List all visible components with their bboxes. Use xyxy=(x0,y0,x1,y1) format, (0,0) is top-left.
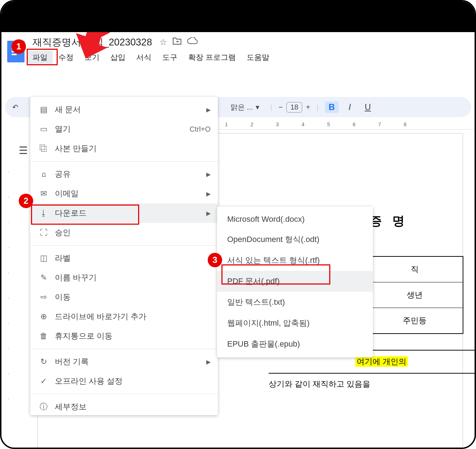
menu-label: 다운로드 xyxy=(55,208,87,219)
label-icon: ◫ xyxy=(39,254,48,263)
font-size-decrease[interactable]: − xyxy=(278,103,283,111)
menu-approve[interactable]: ⛶ 승인 xyxy=(30,223,218,242)
document-icon: ▤ xyxy=(39,105,48,114)
ruler-tick: 4 xyxy=(301,122,304,127)
info-icon: ⓘ xyxy=(39,401,48,412)
ruler-tick: 5 xyxy=(327,122,330,127)
chevron-right-icon: ▶ xyxy=(206,171,211,178)
download-submenu: Microsoft Word(.docx) OpenDocument 형식(.o… xyxy=(217,207,373,357)
download-epub[interactable]: EPUB 출판물(.epub) xyxy=(217,334,373,355)
annotation-badge-3: 3 xyxy=(208,253,222,267)
ruler-tick: 2 xyxy=(251,122,254,127)
menu-open[interactable]: ▭ 열기 Ctrl+O xyxy=(30,119,218,139)
download-docx[interactable]: Microsoft Word(.docx) xyxy=(217,210,373,229)
menu-label-text: 라벨 xyxy=(55,253,71,264)
rename-icon: ✎ xyxy=(39,273,48,282)
menu-details[interactable]: ⓘ 세부정보 xyxy=(30,397,218,412)
history-icon: ↻ xyxy=(39,357,48,366)
menu-share[interactable]: ⩍ 공유 ▶ xyxy=(30,164,218,184)
menu-tools[interactable]: 도구 xyxy=(157,51,182,64)
menu-label: 이메일 xyxy=(55,188,79,199)
chevron-right-icon: ▶ xyxy=(206,210,211,217)
menu-make-copy[interactable]: ⿻ 사본 만들기 xyxy=(30,139,218,158)
menu-label: 열기 xyxy=(55,124,71,135)
menubar: 파일 수정 보기 삽입 서식 도구 확장 프로그램 도움말 xyxy=(27,51,274,64)
move-folder-icon[interactable] xyxy=(172,37,182,47)
share-icon: ⩍ xyxy=(39,170,48,179)
ruler-tick: · xyxy=(8,371,9,376)
font-size-input[interactable]: 18 xyxy=(286,102,302,113)
menu-help[interactable]: 도움말 xyxy=(242,51,274,64)
ruler-tick: · xyxy=(8,270,9,275)
menu-label: 드라이브에 바로가기 추가 xyxy=(55,311,146,322)
ruler-tick: · xyxy=(8,220,9,225)
svg-marker-0 xyxy=(69,32,114,62)
menu-new-document[interactable]: ▤ 새 문서 ▶ xyxy=(30,100,218,119)
menu-trash[interactable]: 🗑 휴지통으로 이동 xyxy=(30,326,218,346)
download-txt[interactable]: 일반 텍스트(.txt) xyxy=(217,292,373,313)
menu-label: 이동 xyxy=(55,292,71,303)
download-rtf[interactable]: 서식 있는 텍스트 형식(.rtf) xyxy=(217,250,373,271)
download-odt[interactable]: OpenDocument 형식(.odt) xyxy=(217,229,373,250)
bold-button[interactable]: B xyxy=(325,101,338,113)
horizontal-ruler[interactable]: 1 2 3 4 5 6 7 8 xyxy=(218,119,475,129)
ruler-tick: 7 xyxy=(378,122,381,127)
undo-icon[interactable]: ↶ xyxy=(12,103,18,111)
menu-add-shortcut[interactable]: ⊕ 드라이브에 바로가기 추가 xyxy=(30,307,218,326)
font-name: 맑은 ... xyxy=(230,102,253,112)
download-icon: ⭳ xyxy=(39,208,48,218)
download-pdf[interactable]: PDF 문서(.pdf) xyxy=(217,271,373,292)
menu-email[interactable]: ✉ 이메일 ▶ xyxy=(30,184,218,203)
menu-version-history[interactable]: ↻ 버전 기록 ▶ xyxy=(30,352,218,371)
chevron-right-icon: ▶ xyxy=(206,106,211,113)
copy-icon: ⿻ xyxy=(39,144,48,153)
drive-shortcut-icon: ⊕ xyxy=(39,312,48,321)
ruler-tick: · xyxy=(8,346,9,351)
ruler-tick: 3 xyxy=(276,122,279,127)
menu-rename[interactable]: ✎ 이름 바꾸기 xyxy=(30,268,218,287)
menu-file[interactable]: 파일 xyxy=(27,51,53,64)
download-html[interactable]: 웹페이지(.html, 압축됨) xyxy=(217,313,373,334)
menu-label: 사본 만들기 xyxy=(55,143,97,154)
menu-label: 승인 xyxy=(55,227,71,238)
trash-icon: 🗑 xyxy=(39,331,48,341)
move-icon: ⇨ xyxy=(39,292,48,302)
file-dropdown: ▤ 새 문서 ▶ ▭ 열기 Ctrl+O ⿻ 사본 만들기 ⩍ 공유 ▶ ✉ 이… xyxy=(30,97,218,415)
ruler-tick: 1 xyxy=(225,122,228,127)
underline-button[interactable]: U xyxy=(361,101,374,113)
approve-icon: ⛶ xyxy=(39,228,48,237)
menu-label: 오프라인 사용 설정 xyxy=(55,376,123,387)
outline-toggle[interactable]: ☰ xyxy=(19,145,28,157)
cloud-status-icon[interactable] xyxy=(187,37,198,47)
font-size-increase[interactable]: + xyxy=(306,103,310,111)
menu-label: 새 문서 xyxy=(55,104,81,115)
vertical-ruler[interactable]: · · · · · · · · · · xyxy=(5,133,12,448)
menu-extensions[interactable]: 확장 프로그램 xyxy=(183,51,241,64)
menu-label: 버전 기록 xyxy=(55,356,89,367)
italic-button[interactable]: I xyxy=(345,101,355,113)
star-icon[interactable]: ☆ xyxy=(159,37,167,47)
menu-label: 공유 xyxy=(55,169,71,180)
folder-icon: ▭ xyxy=(39,124,48,134)
chevron-right-icon: ▶ xyxy=(206,190,211,197)
menu-offline[interactable]: ✓ 오프라인 사용 설정 xyxy=(30,371,218,391)
email-icon: ✉ xyxy=(39,189,48,198)
doc-note: 상기와 같이 재직하고 있음을 xyxy=(269,379,370,389)
doc-highlighted-text: 여기에 개인의 xyxy=(355,356,408,367)
menu-format[interactable]: 서식 xyxy=(131,51,157,64)
dropdown-caret-icon: ▾ xyxy=(256,103,259,111)
chevron-right-icon: ▶ xyxy=(206,358,211,365)
ruler-tick: · xyxy=(8,194,9,199)
menu-label: 세부정보 xyxy=(55,401,87,412)
ruler-tick: · xyxy=(8,321,9,326)
menu-move[interactable]: ⇨ 이동 xyxy=(30,287,218,307)
offline-icon: ✓ xyxy=(39,377,48,386)
menu-download[interactable]: ⭳ 다운로드 ▶ xyxy=(30,203,218,223)
shortcut-label: Ctrl+O xyxy=(190,125,211,133)
menu-label[interactable]: ◫ 라벨 xyxy=(30,248,218,268)
menu-label: 휴지통으로 이동 xyxy=(55,331,113,342)
annotation-arrow xyxy=(66,32,117,62)
annotation-badge-2: 2 xyxy=(19,194,33,208)
font-selector[interactable]: 맑은 ... ▾ xyxy=(226,102,264,112)
doc-heading: 증 명 xyxy=(370,213,408,229)
